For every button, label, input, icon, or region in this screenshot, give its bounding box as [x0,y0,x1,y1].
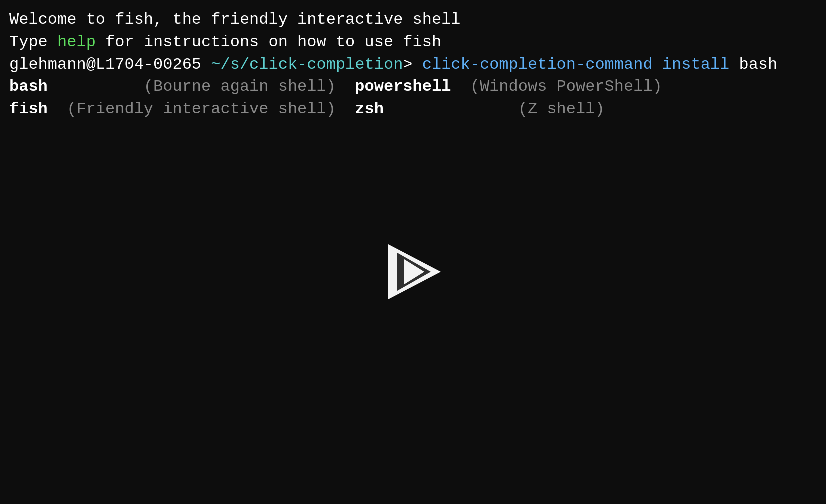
shell-zsh-desc: (Z shell) [518,100,605,118]
prompt-user: glehmann@L1704-00265 [9,56,211,74]
shell-powershell-desc: (Windows PowerShell) [470,78,662,96]
cmd-arg2: bash [729,56,777,74]
line2-type: Type [9,33,57,52]
cmd-name: click-completion-command [422,56,653,74]
shell-sep1 [336,78,355,96]
shell-sep2 [451,78,470,96]
prompt-arrow: > [403,56,422,74]
shell-bash: bash [9,78,144,96]
line2-help: help [57,33,96,52]
line2-rest: for instructions on how to use fish [96,33,441,52]
terminal-line-2: Type help for instructions on how to use… [9,32,817,54]
shell-sep3 [336,100,355,118]
terminal: Welcome to fish, the friendly interactiv… [0,0,826,504]
line1-text: Welcome to fish, the friendly interactiv… [9,10,461,29]
shell-bash-desc: (Bourne again shell) [144,78,336,96]
prompt-path: ~/s/click-completion [211,56,403,74]
terminal-line-5: fish (Friendly interactive shell) zsh (Z… [9,98,817,121]
shell-fish: fish [9,100,67,118]
terminal-line-4: bash (Bourne again shell) powershell (Wi… [9,76,817,98]
shell-zsh: zsh [355,100,518,118]
terminal-line-3: glehmann@L1704-00265 ~/s/click-completio… [9,54,817,76]
terminal-line-1: Welcome to fish, the friendly interactiv… [9,9,817,32]
play-button[interactable] [383,242,443,302]
cmd-arg1: install [653,56,730,74]
play-icon [383,242,443,302]
shell-powershell: powershell [355,78,451,96]
shell-fish-desc: (Friendly interactive shell) [67,100,336,118]
